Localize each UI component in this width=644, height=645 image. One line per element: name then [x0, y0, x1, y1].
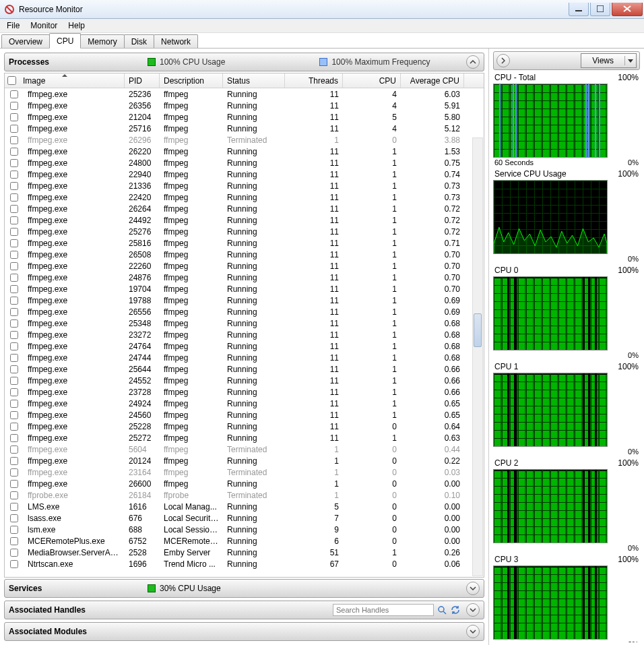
row-checkbox[interactable] [10, 365, 18, 373]
row-checkbox[interactable] [10, 423, 18, 431]
table-row[interactable]: ffmpeg.exe25644ffmpegRunning1110.66 [5, 363, 484, 375]
row-checkbox[interactable] [10, 159, 18, 167]
expand-handles-button[interactable] [466, 603, 480, 617]
table-row[interactable]: ffmpeg.exe25816ffmpegRunning1110.71 [5, 237, 484, 249]
row-checkbox[interactable] [10, 251, 18, 259]
expand-modules-button[interactable] [466, 625, 480, 638]
col-checkbox-image[interactable]: Image [5, 73, 125, 88]
tab-network[interactable]: Network [154, 34, 198, 48]
row-checkbox[interactable] [10, 319, 18, 328]
table-row[interactable]: lsm.exe688Local Session...Running900.00 [5, 524, 484, 535]
minimize-button[interactable] [569, 3, 589, 16]
table-row[interactable]: ffmpeg.exe25348ffmpegRunning1110.68 [5, 317, 484, 329]
row-checkbox[interactable] [10, 411, 18, 419]
table-row[interactable]: ffmpeg.exe19788ffmpegRunning1110.69 [5, 295, 484, 306]
row-checkbox[interactable] [10, 549, 18, 557]
row-checkbox[interactable] [10, 216, 18, 224]
table-row[interactable]: ffmpeg.exe22940ffmpegRunning1110.74 [5, 168, 484, 180]
close-button[interactable] [612, 3, 643, 16]
row-checkbox[interactable] [10, 285, 18, 293]
refresh-icon[interactable] [450, 605, 461, 615]
row-checkbox[interactable] [10, 205, 18, 213]
row-checkbox[interactable] [10, 434, 18, 442]
col-pid[interactable]: PID [125, 73, 160, 88]
row-checkbox[interactable] [10, 90, 18, 98]
row-checkbox[interactable] [10, 468, 18, 477]
modules-header[interactable]: Associated Modules [4, 622, 484, 641]
tab-disk[interactable]: Disk [124, 34, 154, 48]
table-row[interactable]: MediaBrowser.ServerApplic...2528Emby Ser… [5, 547, 484, 558]
table-row[interactable]: ffmpeg.exe26220ffmpegRunning1111.53 [5, 146, 484, 157]
row-checkbox[interactable] [10, 342, 18, 350]
handles-header[interactable]: Associated Handles [4, 601, 484, 619]
row-checkbox[interactable] [10, 331, 18, 339]
services-header[interactable]: Services 30% CPU Usage [4, 579, 484, 598]
row-checkbox[interactable] [10, 354, 18, 362]
table-row[interactable]: ffmpeg.exe23272ffmpegRunning1110.68 [5, 329, 484, 340]
processes-header[interactable]: Processes 100% CPU Usage 100% Maximum Fr… [4, 53, 484, 71]
row-checkbox[interactable] [10, 446, 18, 454]
table-row[interactable]: ffprobe.exe26184ffprobeTerminated100.10 [5, 489, 484, 501]
col-avg-cpu[interactable]: Average CPU [401, 73, 464, 88]
row-checkbox[interactable] [10, 228, 18, 236]
col-threads[interactable]: Threads [285, 73, 343, 88]
table-row[interactable]: ffmpeg.exe25276ffmpegRunning1110.72 [5, 226, 484, 237]
table-row[interactable]: ffmpeg.exe20124ffmpegRunning100.22 [5, 455, 484, 466]
collapse-right-pane-button[interactable] [496, 54, 510, 67]
table-row[interactable]: ffmpeg.exe24764ffmpegRunning1110.68 [5, 340, 484, 352]
menu-file[interactable]: File [1, 20, 25, 32]
menu-help[interactable]: Help [63, 20, 90, 32]
expand-services-button[interactable] [466, 582, 480, 595]
row-checkbox[interactable] [10, 193, 18, 202]
table-row[interactable]: ffmpeg.exe5604ffmpegTerminated100.44 [5, 443, 484, 455]
row-checkbox[interactable] [10, 136, 18, 144]
table-row[interactable]: ffmpeg.exe26600ffmpegRunning100.00 [5, 478, 484, 489]
row-checkbox[interactable] [10, 182, 18, 190]
table-row[interactable]: ffmpeg.exe24924ffmpegRunning1110.65 [5, 398, 484, 409]
row-checkbox[interactable] [10, 503, 18, 511]
table-row[interactable]: ffmpeg.exe21204ffmpegRunning1155.80 [5, 111, 484, 123]
row-checkbox[interactable] [10, 297, 18, 305]
table-row[interactable]: ffmpeg.exe23728ffmpegRunning1110.66 [5, 386, 484, 398]
scrollbar-thumb[interactable] [474, 313, 482, 347]
col-cpu[interactable]: CPU [343, 73, 401, 88]
row-checkbox[interactable] [10, 537, 18, 545]
table-row[interactable]: ffmpeg.exe21336ffmpegRunning1110.73 [5, 180, 484, 191]
table-row[interactable]: ffmpeg.exe19704ffmpegRunning1110.70 [5, 283, 484, 295]
row-checkbox[interactable] [10, 491, 18, 499]
table-row[interactable]: LMS.exe1616Local Manag...Running500.00 [5, 501, 484, 512]
table-row[interactable]: ffmpeg.exe24552ffmpegRunning1110.66 [5, 375, 484, 386]
table-row[interactable]: ffmpeg.exe25716ffmpegRunning1145.12 [5, 123, 484, 134]
table-row[interactable]: ffmpeg.exe24560ffmpegRunning1110.65 [5, 409, 484, 421]
row-checkbox[interactable] [10, 457, 18, 465]
table-row[interactable]: ffmpeg.exe25236ffmpegRunning1146.03 [5, 88, 484, 100]
row-checkbox[interactable] [10, 262, 18, 270]
table-row[interactable]: ffmpeg.exe25228ffmpegRunning1100.64 [5, 421, 484, 432]
row-checkbox[interactable] [10, 526, 18, 534]
row-checkbox[interactable] [10, 514, 18, 522]
row-checkbox[interactable] [10, 400, 18, 408]
row-checkbox[interactable] [10, 113, 18, 121]
tab-overview[interactable]: Overview [1, 34, 50, 48]
row-checkbox[interactable] [10, 480, 18, 488]
menu-monitor[interactable]: Monitor [25, 20, 63, 32]
table-row[interactable]: ffmpeg.exe26508ffmpegRunning1110.70 [5, 249, 484, 260]
table-row[interactable]: ffmpeg.exe24744ffmpegRunning1110.68 [5, 352, 484, 363]
table-row[interactable]: ffmpeg.exe24876ffmpegRunning1110.70 [5, 272, 484, 283]
table-row[interactable]: ffmpeg.exe26356ffmpegRunning1145.91 [5, 100, 484, 111]
select-all-checkbox[interactable] [7, 76, 16, 85]
table-row[interactable]: ffmpeg.exe22420ffmpegRunning1110.73 [5, 191, 484, 203]
row-checkbox[interactable] [10, 148, 18, 156]
search-icon[interactable] [437, 605, 447, 615]
views-button[interactable]: Views [581, 53, 637, 68]
row-checkbox[interactable] [10, 102, 18, 110]
table-row[interactable]: ffmpeg.exe23164ffmpegTerminated100.03 [5, 466, 484, 478]
row-checkbox[interactable] [10, 125, 18, 133]
table-row[interactable]: lsass.exe676Local Security...Running700.… [5, 512, 484, 524]
row-checkbox[interactable] [10, 560, 18, 568]
tab-memory[interactable]: Memory [80, 34, 124, 48]
row-checkbox[interactable] [10, 274, 18, 282]
table-row[interactable]: ffmpeg.exe24492ffmpegRunning1110.72 [5, 214, 484, 226]
row-checkbox[interactable] [10, 308, 18, 316]
table-row[interactable]: Ntrtscan.exe1696Trend Micro ...Running67… [5, 558, 484, 570]
